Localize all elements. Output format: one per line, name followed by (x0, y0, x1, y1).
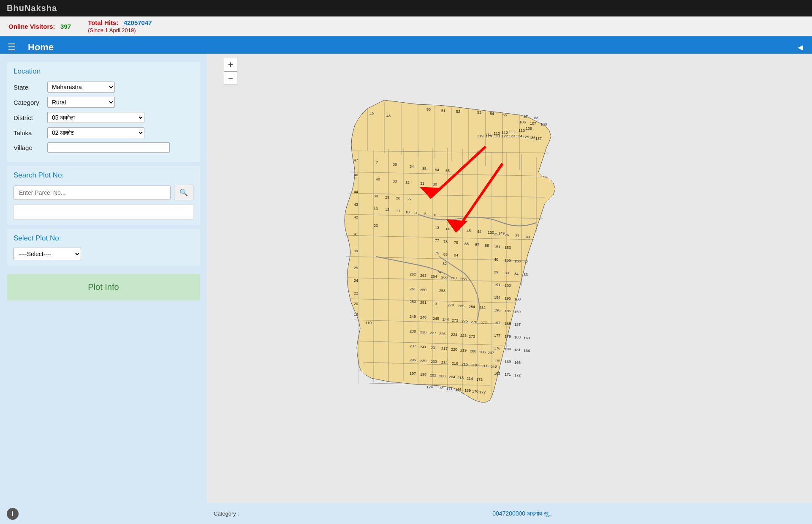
nav-collapse-arrow[interactable]: ◄ (788, 43, 812, 52)
svg-text:211: 211 (481, 364, 488, 368)
village-input[interactable]: 270500020047200000 अडगांव खु. (47, 142, 170, 153)
svg-text:15: 15 (456, 228, 460, 232)
parcel-search-input[interactable] (14, 186, 171, 200)
svg-text:249: 249 (410, 314, 416, 319)
svg-text:173: 173 (437, 386, 443, 390)
svg-text:77: 77 (435, 238, 439, 243)
stats-bar: Online Visitors: 397 Total Hits: 4205704… (0, 16, 812, 36)
svg-text:122: 122 (502, 134, 508, 138)
svg-text:238: 238 (410, 329, 416, 333)
svg-text:120: 120 (486, 134, 492, 138)
svg-text:55: 55 (445, 169, 450, 173)
svg-text:30: 30 (433, 182, 437, 186)
svg-text:11: 11 (396, 209, 400, 213)
svg-text:25: 25 (354, 266, 358, 270)
svg-text:175: 175 (494, 359, 500, 363)
category-row: Category Rural (14, 97, 193, 108)
svg-text:9: 9 (415, 211, 417, 215)
svg-text:33: 33 (524, 273, 528, 277)
svg-text:78: 78 (443, 240, 448, 244)
search-button[interactable]: 🔍 (174, 185, 193, 200)
svg-text:110: 110 (365, 321, 372, 325)
svg-text:181: 181 (514, 348, 521, 352)
svg-text:136: 136 (529, 136, 535, 140)
svg-text:93: 93 (526, 235, 530, 239)
svg-text:241: 241 (420, 345, 426, 349)
svg-text:156: 156 (514, 259, 521, 263)
svg-text:165: 165 (514, 360, 521, 365)
svg-text:244: 244 (443, 317, 449, 322)
svg-text:219: 219 (460, 348, 467, 352)
svg-text:282: 282 (479, 306, 486, 310)
svg-text:212: 212 (491, 365, 497, 369)
zoom-in-button[interactable]: + (224, 58, 237, 71)
category-label: Category (14, 99, 47, 106)
taluka-label: Taluka (14, 129, 47, 136)
svg-text:25: 25 (494, 232, 498, 236)
app-title-bar: BhuNaksha (0, 0, 812, 16)
svg-text:177: 177 (494, 333, 500, 338)
svg-text:29: 29 (385, 195, 389, 199)
svg-text:196: 196 (494, 308, 500, 312)
svg-text:48: 48 (386, 114, 391, 118)
online-visitors-label: Online Visitors: (8, 23, 55, 30)
info-button[interactable]: i (7, 508, 19, 520)
svg-text:28: 28 (396, 196, 400, 200)
category-select[interactable]: Rural (47, 97, 115, 108)
svg-text:174: 174 (426, 385, 433, 389)
plot-select-dropdown[interactable]: ----Select---- (14, 248, 81, 260)
svg-text:151: 151 (494, 245, 500, 249)
taluka-select[interactable]: 02 आकोट (47, 127, 144, 138)
svg-text:295: 295 (410, 358, 416, 362)
select-plot-section: Select Plot No: ----Select---- (7, 229, 200, 265)
svg-text:44: 44 (354, 190, 358, 194)
district-label: District (14, 114, 47, 121)
svg-text:213: 213 (457, 376, 464, 380)
svg-text:137: 137 (535, 136, 542, 141)
svg-text:44: 44 (477, 229, 481, 234)
location-title: Location (14, 67, 193, 76)
svg-text:191: 191 (494, 283, 500, 287)
svg-text:67: 67 (524, 115, 528, 119)
plot-info-button[interactable]: Plot Info (7, 274, 200, 300)
svg-text:110: 110 (519, 128, 525, 133)
svg-text:169: 169 (464, 388, 471, 393)
svg-text:223: 223 (460, 333, 467, 338)
district-select[interactable]: 05 अकोला (47, 112, 144, 123)
svg-text:68: 68 (534, 116, 538, 120)
svg-text:16: 16 (354, 312, 358, 317)
svg-text:185: 185 (505, 309, 511, 313)
svg-text:172: 172 (476, 377, 483, 382)
svg-text:75: 75 (435, 251, 439, 255)
svg-text:179: 179 (505, 334, 511, 338)
svg-text:5: 5 (424, 212, 426, 216)
svg-text:84: 84 (454, 253, 458, 257)
svg-text:214: 214 (467, 377, 473, 381)
online-visitors-value: 397 (60, 23, 71, 30)
svg-text:188: 188 (505, 322, 511, 326)
state-select[interactable]: Maharastra (47, 82, 115, 93)
home-title: Home (24, 42, 788, 53)
svg-text:40: 40 (494, 257, 498, 262)
svg-text:194: 194 (494, 295, 500, 300)
svg-text:109: 109 (526, 126, 532, 131)
svg-text:13: 13 (374, 207, 378, 211)
svg-text:275: 275 (462, 319, 468, 323)
svg-text:34: 34 (514, 272, 519, 276)
svg-text:14: 14 (445, 227, 450, 231)
svg-text:261: 261 (410, 287, 416, 291)
map-container: 49 48 50 51 52 53 54 55 67 68 106 107 10… (207, 79, 812, 499)
svg-text:54: 54 (490, 112, 494, 116)
svg-text:51: 51 (441, 109, 445, 113)
svg-text:224: 224 (451, 333, 457, 337)
svg-text:13: 13 (435, 226, 439, 230)
svg-text:41: 41 (354, 232, 358, 236)
search-plot-title: Search Plot No: (14, 171, 193, 180)
svg-text:162: 162 (494, 371, 500, 376)
svg-text:53: 53 (477, 110, 481, 115)
svg-text:225: 225 (439, 332, 445, 336)
svg-text:216: 216 (452, 361, 458, 366)
total-hits-label: Total Hits: (88, 19, 118, 26)
svg-text:29: 29 (494, 270, 498, 274)
search-plot-section: Search Plot No: 🔍 (7, 166, 200, 225)
